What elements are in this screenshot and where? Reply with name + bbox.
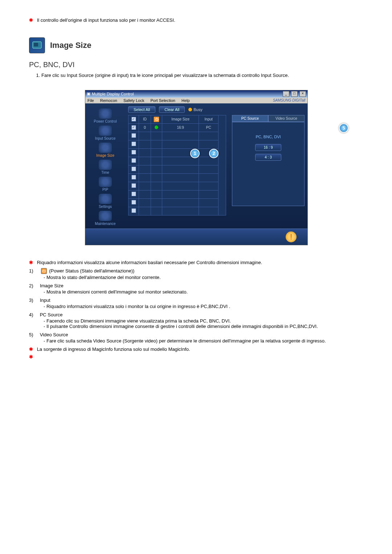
enum-num: 5) [29,332,38,337]
window-controls[interactable]: _ □ × [282,91,306,97]
image-size-icon [29,37,45,53]
sidebar-item-pip[interactable]: PIP [85,177,125,192]
footer-note-text: La sorgente di ingresso di MagicInfo fun… [37,346,190,352]
callout-1: 1 [190,149,200,158]
intro-item: Fare clic su Input Source (origine di in… [41,72,363,79]
option-16-9-button[interactable]: 16 : 9 [255,144,281,151]
callout-2: 2 [209,149,219,158]
enum-line: Riquadro informazioni visualizza solo i … [44,304,230,309]
star-icon: ✱ [29,354,36,360]
option-4-3-button[interactable]: 4 : 3 [255,154,281,161]
row-checkbox[interactable] [131,125,136,130]
row-checkbox[interactable] [131,208,136,213]
settings-icon [99,194,112,204]
app-icon: ▣ [87,91,90,96]
row-checkbox[interactable] [131,133,136,138]
enum-num: 4) [29,312,38,317]
row-checkbox[interactable] [131,167,136,171]
row-checkbox[interactable] [131,158,136,163]
menu-safety-lock[interactable]: Safety Lock [123,98,144,103]
busy-dot-icon [188,108,192,111]
clear-all-button[interactable]: Clear All [159,106,185,113]
table-row[interactable] [128,173,226,182]
enum-title: PC Source [40,312,63,317]
row-checkbox[interactable] [131,150,136,155]
enum-4: 4) PC Source Facendo clic su Dimensioni … [29,312,363,329]
col-id[interactable]: ID [139,115,151,123]
menu-file[interactable]: File [87,98,94,103]
table-row[interactable] [128,140,226,148]
top-note: ✱ Il controllo dell'origine di input fun… [29,17,363,23]
power-status-icon: ⏻ [41,268,47,274]
table-row[interactable]: 0 16:9 PC [128,123,226,132]
image-size-nav-icon [99,143,112,153]
display-table: ID ⏻ Image Size Input 0 16:9 PC [128,115,226,216]
row-checkbox[interactable] [131,141,136,146]
enum-5: 5) Video Source Fare clic sulla scheda V… [29,332,363,344]
menubar: File Remocon Safety Lock Port Selection … [85,98,307,103]
table-row[interactable] [128,132,226,140]
enum-num: 2) [29,283,38,288]
app-screenshot: 1 2 3 4 5 ▣ Multiple Display Control _ □… [85,90,307,245]
col-input[interactable]: Input [199,115,219,123]
info-note: ✱ Riquadro informazioni visualizza alcun… [29,260,363,265]
center-panel: Select All Clear All Busy ID ⏻ Image Siz… [125,103,229,229]
maximize-icon[interactable]: □ [291,91,298,97]
busy-label: Busy [193,107,202,112]
menu-help[interactable]: Help [181,98,190,103]
enum-num: 3) [29,297,38,303]
row-checkbox[interactable] [131,200,136,205]
enum-3: 3) Input Riquadro informazioni visualizz… [29,297,363,309]
enum-2: 2) Image Size Mostra le dimensioni corre… [29,283,363,295]
sidebar-item-input-source[interactable]: Input Source [85,126,125,140]
sidebar-item-time[interactable]: Time [85,160,125,175]
enum-line: Il pulsante Controllo dimensioni immagin… [44,324,318,329]
tab-pc-source[interactable]: PC Source [232,115,268,122]
table-row[interactable] [128,198,226,207]
sidebar-item-label: PIP [85,188,125,192]
sidebar-item-image-size[interactable]: Image Size [85,143,125,157]
callout-5: 5 [339,123,348,133]
table-row[interactable] [128,207,226,215]
star-icon: ✱ [29,17,36,23]
minimize-icon[interactable]: _ [283,91,289,97]
enum-1: 1) ⏻ (Power Status (Stato dell'alimentaz… [29,268,363,280]
input-source-icon [99,126,112,136]
row-checkbox[interactable] [131,175,136,180]
row-checkbox[interactable] [131,183,136,188]
table-row[interactable] [128,182,226,190]
status-bar: ! [85,229,307,245]
close-icon[interactable]: × [299,91,306,97]
svg-rect-1 [34,43,38,46]
enum-line: Mostra lo stato dell'alimentazione del m… [44,275,161,280]
cell-id: 0 [139,123,151,132]
table-row[interactable] [128,165,226,173]
sidebar-item-settings[interactable]: Settings [85,194,125,209]
info-note-text: Riquadro informazioni visualizza alcune … [37,260,262,265]
select-all-button[interactable]: Select All [128,106,155,113]
menu-remocon[interactable]: Remocon [100,98,117,103]
col-power-icon[interactable]: ⏻ [151,115,162,123]
brand-label: SAMSUNG DIGITall [273,98,305,103]
col-image-size[interactable]: Image Size [162,115,199,123]
table-row[interactable] [128,157,226,165]
sidebar-item-label: Maintenance [85,222,125,226]
enum-line: Mostra le dimensioni correnti dell'immag… [44,289,188,295]
options-panel: PC, BNC, DVI 16 : 9 4 : 3 [232,122,305,206]
table-row[interactable] [128,190,226,198]
col-check[interactable] [128,115,139,123]
power-control-icon [99,108,112,119]
scrollbar[interactable] [219,115,226,215]
sidebar-item-power-control[interactable]: Power Control [85,108,125,123]
maintenance-icon [99,211,112,221]
row-checkbox[interactable] [131,192,136,196]
pip-icon [99,177,112,187]
star-icon: ✱ [29,346,36,352]
menu-port-selection[interactable]: Port Selection [150,98,175,103]
sidebar-item-label: Input Source [85,136,125,140]
sidebar-item-label: Time [85,171,125,175]
sidebar-item-maintenance[interactable]: Maintenance [85,211,125,226]
tab-video-source[interactable]: Video Source [268,115,305,122]
window-titlebar: ▣ Multiple Display Control _ □ × [85,90,307,98]
section-subtitle: PC, BNC, DVI [29,61,363,69]
